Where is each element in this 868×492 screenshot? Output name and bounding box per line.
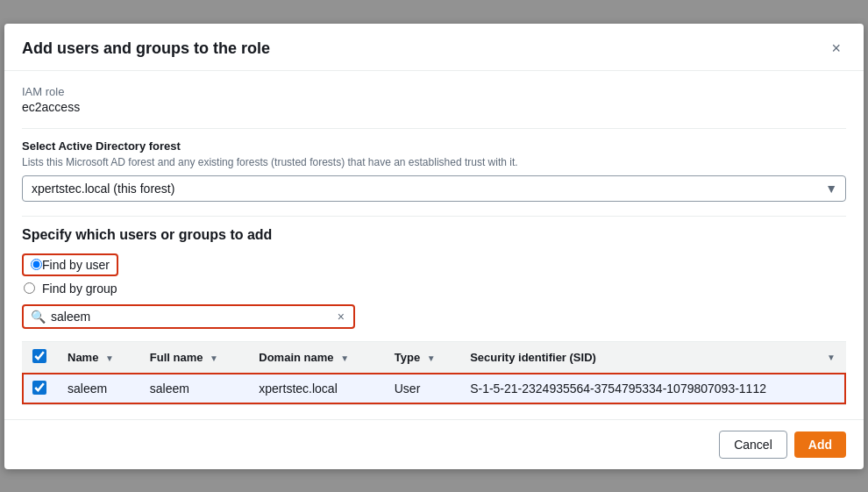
sort-sid-icon: ▼ [827,353,836,362]
th-domain-name: Domain name ▼ [248,341,383,373]
row-checkbox-cell [22,373,57,404]
th-type: Type ▼ [384,341,459,373]
th-name: Name ▼ [57,341,139,373]
sort-name-icon: ▼ [105,353,114,363]
cancel-button[interactable]: Cancel [719,431,787,459]
row-checkbox[interactable] [32,381,46,395]
iam-role-group: IAM role ec2access [22,85,846,114]
radio-find-by-user-input[interactable] [31,259,42,270]
sort-domain-icon: ▼ [340,353,349,363]
row-type: User [384,373,459,404]
forest-sublabel: Lists this Microsoft AD forest and any e… [22,156,846,168]
row-full-name: saleem [139,373,249,404]
results-table: Name ▼ Full name ▼ Domain name ▼ [22,341,846,405]
table-header-row: Name ▼ Full name ▼ Domain name ▼ [22,341,846,373]
select-all-checkbox[interactable] [32,349,46,363]
row-name: saleem [57,373,139,404]
find-by-user-wrapper: Find by user [22,253,118,276]
modal-footer: Cancel Add [4,419,864,469]
th-full-name: Full name ▼ [139,341,249,373]
close-button[interactable]: × [826,38,846,60]
forest-label: Select Active Directory forest [22,139,846,153]
iam-role-label: IAM role [22,85,846,98]
search-bar: 🔍 × [22,304,355,329]
add-users-modal: Add users and groups to the role × IAM r… [4,24,864,469]
divider-1 [22,128,846,129]
radio-find-by-group-input[interactable] [24,282,35,294]
sort-type-icon: ▼ [427,353,436,363]
search-clear-button[interactable]: × [336,310,346,324]
sort-fullname-icon: ▼ [210,353,218,363]
iam-role-value: ec2access [22,100,846,114]
th-checkbox [22,341,57,373]
table-row: saleem saleem xpertstec.local User S-1-5… [22,373,846,404]
divider-2 [22,216,846,217]
radio-find-by-user-label: Find by user [42,258,110,272]
specify-section: Specify which users or groups to add Fin… [22,227,846,405]
radio-find-by-user[interactable]: Find by user [31,258,110,272]
th-sid: Security identifier (SID) ▼ [459,341,846,373]
specify-section-title: Specify which users or groups to add [22,227,846,243]
forest-group: Select Active Directory forest Lists thi… [22,139,846,202]
radio-find-by-group-label: Find by group [42,282,117,296]
modal-header: Add users and groups to the role × [4,24,864,71]
radio-find-by-group[interactable]: Find by group [24,282,846,296]
search-icon: 🔍 [31,310,46,324]
forest-select-wrapper: xpertstec.local (this forest) ▼ [22,175,846,202]
add-button[interactable]: Add [794,431,846,458]
forest-select[interactable]: xpertstec.local (this forest) [22,175,846,202]
modal-body: IAM role ec2access Select Active Directo… [4,71,864,419]
search-input[interactable] [51,310,336,324]
row-domain-name: xpertstec.local [248,373,383,404]
row-sid: S-1-5-21-2324935564-3754795334-107980709… [459,373,846,404]
modal-title: Add users and groups to the role [22,39,270,58]
